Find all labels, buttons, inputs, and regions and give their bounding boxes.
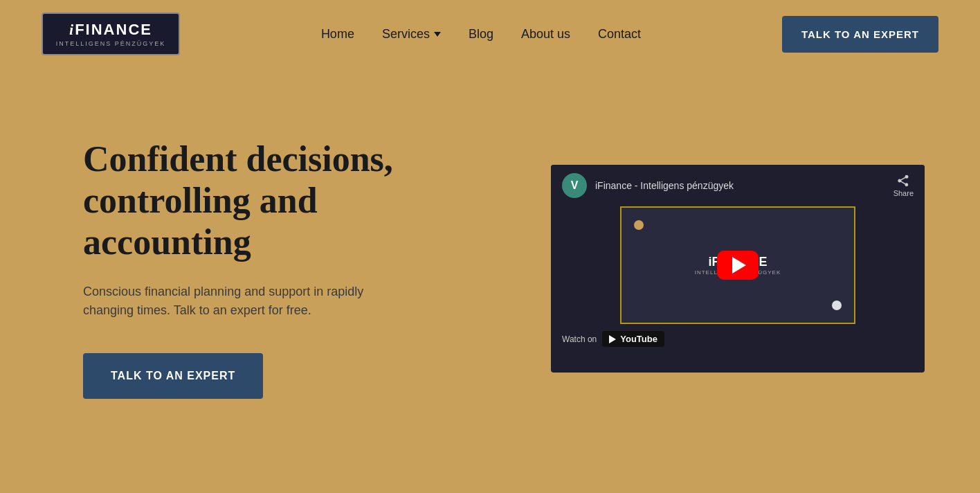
youtube-label: YouTube	[620, 334, 657, 344]
share-button[interactable]: Share	[893, 174, 914, 197]
play-button[interactable]	[717, 251, 759, 280]
youtube-play-icon	[609, 335, 616, 343]
video-panel: V iFinance - Intelligens pénzügyek Share…	[551, 165, 925, 373]
video-container[interactable]: V iFinance - Intelligens pénzügyek Share…	[551, 165, 925, 373]
logo-finance: FINANCE	[75, 21, 152, 39]
youtube-logo[interactable]: YouTube	[602, 331, 664, 347]
header-cta-button[interactable]: TALK TO AN EXPERT	[782, 16, 938, 53]
hero-section: Confident decisions, controlling and acc…	[0, 68, 980, 469]
video-thumbnail[interactable]: iFINANCE INTELLIGENS PÉNZÜGYEK	[620, 206, 855, 324]
logo-i: i	[69, 21, 73, 39]
decoration-dot-white	[832, 301, 842, 310]
nav-about[interactable]: About us	[521, 27, 570, 42]
logo[interactable]: i FINANCE INTELLIGENS PÉNZÜGYEK	[42, 12, 180, 55]
hero-subtitle: Conscious financial planning and support…	[83, 283, 415, 320]
share-label: Share	[893, 189, 914, 197]
channel-info: V iFinance - Intelligens pénzügyek	[562, 173, 734, 198]
main-nav: Home Services Blog About us Contact	[321, 27, 641, 42]
hero-title: Confident decisions, controlling and acc…	[83, 138, 471, 262]
chevron-down-icon	[434, 32, 441, 37]
video-footer: Watch on YouTube	[551, 324, 925, 354]
hero-content: Confident decisions, controlling and acc…	[83, 138, 471, 398]
video-header: V iFinance - Intelligens pénzügyek Share	[551, 165, 925, 206]
channel-avatar: V	[562, 173, 587, 198]
logo-subtitle: INTELLIGENS PÉNZÜGYEK	[56, 40, 166, 47]
nav-home[interactable]: Home	[321, 27, 354, 42]
share-icon	[896, 174, 910, 188]
nav-services[interactable]: Services	[382, 27, 441, 42]
decoration-dot-gold	[634, 220, 644, 230]
play-icon	[732, 257, 746, 274]
nav-blog[interactable]: Blog	[469, 27, 493, 42]
nav-contact[interactable]: Contact	[598, 27, 641, 42]
header: i FINANCE INTELLIGENS PÉNZÜGYEK Home Ser…	[0, 0, 980, 68]
hero-cta-button[interactable]: TALK TO AN EXPERT	[83, 353, 263, 399]
watch-on-text: Watch on	[562, 334, 597, 344]
channel-name: iFinance - Intelligens pénzügyek	[595, 180, 734, 191]
